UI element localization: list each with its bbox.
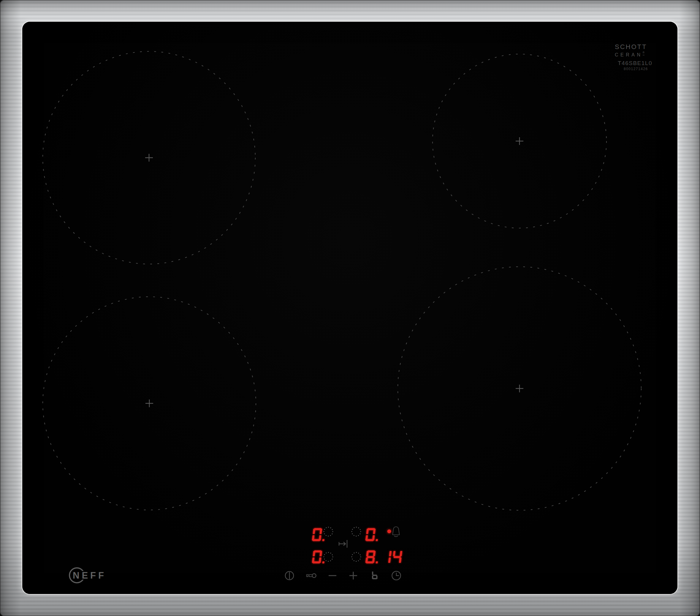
bridge-icon: [339, 540, 347, 548]
boost-button[interactable]: [372, 571, 378, 579]
schott-logo-line2: CERAN: [615, 52, 643, 57]
product-code: 8001271426: [624, 67, 652, 71]
child-lock-button[interactable]: [307, 574, 316, 578]
model-number: T46SBE1L0: [618, 60, 652, 66]
zone-center-cross: [145, 137, 523, 407]
cooktop-frame: NEFF: [0, 0, 700, 616]
key-icon: [312, 574, 316, 578]
display-back-right-level: [365, 528, 379, 541]
timer-display: [381, 550, 402, 564]
plus-button[interactable]: [349, 572, 357, 579]
neff-logo-text: NEFF: [73, 570, 106, 581]
glass-surface: NEFF: [22, 22, 677, 594]
neff-logo: NEFF: [70, 568, 106, 583]
display-front-right-level: [365, 550, 379, 564]
schott-logo-line1: SCHOTT: [615, 44, 647, 50]
alarm-dot: [387, 530, 391, 533]
power-button[interactable]: [285, 571, 293, 580]
timer-button[interactable]: [392, 571, 401, 580]
bell-icon: [393, 527, 400, 537]
schott-ceran-logo: SCHOTT CERAN®: [615, 44, 647, 57]
registered-trademark: ®: [643, 51, 645, 55]
display-front-left-level: [312, 550, 326, 564]
zone-select-back-right[interactable]: [352, 527, 361, 536]
display-back-left-level: [312, 528, 326, 541]
zone-select-front-right[interactable]: [352, 552, 361, 561]
plus-icon: [349, 572, 357, 579]
glass-graphics: NEFF: [22, 22, 677, 594]
